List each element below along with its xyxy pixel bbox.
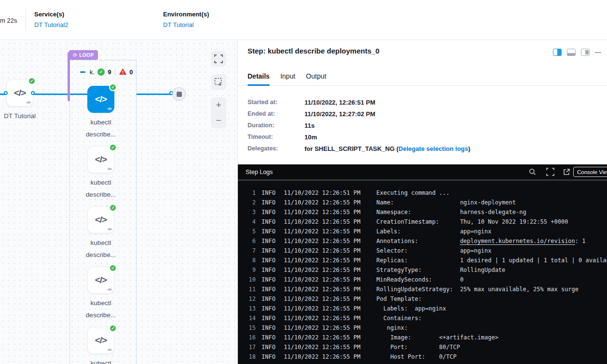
log-level: INFO bbox=[262, 247, 276, 254]
log-level: INFO bbox=[262, 257, 276, 264]
node-kubectl-describe-3[interactable]: </></>✓ bbox=[87, 267, 114, 294]
minimize-panel-icon[interactable] bbox=[595, 52, 601, 53]
node-kubectl-describe-1[interactable]: </></>✓ bbox=[87, 146, 114, 173]
step-details-panel: Step: kubectl describe deployments_0 Det… bbox=[237, 40, 607, 364]
log-line: 8INFO11/10/2022 12:26:55 PMReplicas: 1 d… bbox=[238, 256, 607, 265]
log-level: INFO bbox=[262, 228, 276, 235]
log-message: nginx: bbox=[376, 324, 408, 331]
detail-value: 11/10/2022, 12:26:51 PM bbox=[304, 99, 375, 106]
log-message: Annotations: deployment.kubernetes.io/re… bbox=[376, 238, 586, 244]
tab-output[interactable]: Output bbox=[306, 67, 326, 85]
log-line: 15INFO11/10/2022 12:26:55 PM nginx: bbox=[238, 323, 607, 333]
log-line-number: 4 bbox=[238, 218, 256, 225]
log-line: 2INFO11/10/2022 12:26:55 PMName: nginx-d… bbox=[238, 198, 607, 207]
console-view-button[interactable]: Console View bbox=[573, 167, 607, 177]
log-message: MinReadySeconds: 0 bbox=[376, 276, 464, 283]
log-line-number: 13 bbox=[238, 305, 256, 312]
step-logs-title: Step Logs bbox=[246, 169, 273, 175]
node-label-kubectl-describe-0: kubectl describe... bbox=[72, 116, 130, 140]
node-kubectl-describe-4[interactable]: </></>✓ bbox=[87, 327, 114, 354]
log-level: INFO bbox=[262, 276, 276, 283]
log-open-new-tab-button[interactable] bbox=[563, 164, 570, 179]
script-mini-icon: </> bbox=[107, 348, 111, 352]
log-line-number: 11 bbox=[238, 286, 256, 293]
pipeline-graph-canvas[interactable]: ⟳ LOOP k. ✓ 9 0 </> </> ✓ DT Tutorial </… bbox=[0, 40, 237, 364]
success-badge-icon: ✓ bbox=[109, 264, 117, 272]
count-divider bbox=[115, 68, 115, 76]
delegate-selection-logs-link[interactable]: Delegate selection logs bbox=[399, 145, 469, 152]
script-mini-icon: </> bbox=[107, 227, 111, 231]
log-timestamp: 11/10/2022 12:26:55 PM bbox=[284, 344, 361, 351]
log-line-number: 6 bbox=[238, 238, 256, 244]
log-timestamp: 11/10/2022 12:26:55 PM bbox=[284, 218, 361, 225]
log-message: StrategyType: RollingUpdate bbox=[376, 267, 505, 273]
tab-input[interactable]: Input bbox=[280, 67, 295, 85]
log-console[interactable]: 1INFO11/10/2022 12:26:51 PMExecuting com… bbox=[238, 179, 607, 364]
layout-split-right-icon[interactable] bbox=[553, 49, 562, 56]
log-line-number: 9 bbox=[238, 267, 256, 273]
fullscreen-icon bbox=[214, 54, 223, 63]
log-line: 16INFO11/10/2022 12:26:55 PM Image: <+ar… bbox=[238, 333, 607, 342]
node-dt-tutorial[interactable]: </> </> ✓ bbox=[6, 80, 33, 107]
success-badge-icon: ✓ bbox=[109, 144, 117, 151]
layout-bottom-icon[interactable] bbox=[567, 49, 576, 56]
log-line: 9INFO11/10/2022 12:26:55 PMStrategyType:… bbox=[238, 265, 607, 275]
loop-badge[interactable]: ⟳ LOOP bbox=[69, 50, 98, 60]
layout-right-icon[interactable] bbox=[581, 49, 590, 56]
log-level: INFO bbox=[262, 315, 276, 322]
log-line-number: 16 bbox=[238, 334, 256, 341]
detail-label: Delegates: bbox=[248, 145, 304, 152]
detail-label: Started at: bbox=[248, 99, 304, 106]
log-level: INFO bbox=[262, 199, 276, 206]
log-level: INFO bbox=[262, 238, 276, 244]
pipeline-end-node[interactable] bbox=[172, 87, 186, 101]
node-kubectl-describe-0[interactable]: </></>✓ bbox=[87, 86, 114, 113]
code-icon: </> bbox=[95, 215, 107, 225]
code-icon: </> bbox=[95, 94, 107, 105]
step-logs-toolbar: Step Logs Console View bbox=[238, 164, 607, 179]
zoom-in-button[interactable]: + bbox=[211, 97, 226, 113]
node-label-kubectl-describe-4: kubectl describe... bbox=[72, 357, 130, 364]
collapse-group-button[interactable] bbox=[80, 71, 85, 73]
log-timestamp: 11/10/2022 12:26:55 PM bbox=[284, 228, 361, 235]
log-message: Selector: app=nginx bbox=[376, 247, 491, 254]
service-link[interactable]: DT Tutorial2 bbox=[34, 21, 69, 28]
warning-icon bbox=[119, 68, 126, 75]
code-icon: </> bbox=[95, 335, 107, 346]
loop-group-header: k. ✓ 9 0 bbox=[80, 67, 133, 76]
log-line: 11INFO11/10/2022 12:26:55 PMRollingUpdat… bbox=[238, 284, 607, 294]
zoom-out-button[interactable]: − bbox=[211, 113, 226, 128]
log-fullscreen-button[interactable] bbox=[546, 164, 554, 179]
log-line-number: 14 bbox=[238, 315, 256, 322]
detail-row-started: Started at: 11/10/2022, 12:26:51 PM bbox=[248, 96, 470, 108]
log-line-number: 1 bbox=[238, 189, 256, 196]
log-timestamp: 11/10/2022 12:26:55 PM bbox=[284, 209, 361, 216]
canvas-fit-selection-button[interactable] bbox=[211, 74, 226, 90]
log-message: Containers: bbox=[376, 315, 422, 322]
log-timestamp: 11/10/2022 12:26:55 PM bbox=[284, 286, 361, 293]
log-timestamp: 11/10/2022 12:26:55 PM bbox=[284, 324, 361, 331]
log-line-number: 3 bbox=[238, 209, 256, 216]
log-timestamp: 11/10/2022 12:26:55 PM bbox=[284, 315, 361, 322]
node-kubectl-describe-2[interactable]: </></>✓ bbox=[87, 206, 114, 233]
connector-in-dot[interactable] bbox=[4, 91, 8, 95]
detail-label: Ended at: bbox=[248, 110, 304, 117]
log-line-number: 7 bbox=[238, 247, 256, 254]
log-line-number: 17 bbox=[238, 344, 256, 351]
service-block: Service(s) DT Tutorial2 bbox=[34, 11, 69, 28]
log-line-number: 8 bbox=[238, 257, 256, 264]
success-count: 9 bbox=[108, 68, 111, 76]
detail-value: for SHELL_SCRIPT_TASK_NG (Delegate selec… bbox=[304, 145, 470, 152]
log-link[interactable]: deployment.kubernetes.io/revision bbox=[460, 238, 575, 244]
tab-details[interactable]: Details bbox=[248, 67, 270, 85]
log-line-number: 2 bbox=[238, 199, 256, 206]
canvas-fullscreen-button[interactable] bbox=[211, 51, 226, 67]
connector-out-dot[interactable] bbox=[31, 91, 35, 95]
log-search-button[interactable] bbox=[529, 164, 536, 179]
elapsed-duration: m 22s bbox=[0, 17, 17, 24]
log-line: 5INFO11/10/2022 12:26:55 PMLabels: app=n… bbox=[238, 227, 607, 236]
environment-link[interactable]: DT Tutorial bbox=[163, 21, 209, 28]
log-level: INFO bbox=[262, 218, 276, 225]
code-icon: </> bbox=[95, 154, 107, 165]
script-mini-icon: </> bbox=[107, 107, 111, 111]
